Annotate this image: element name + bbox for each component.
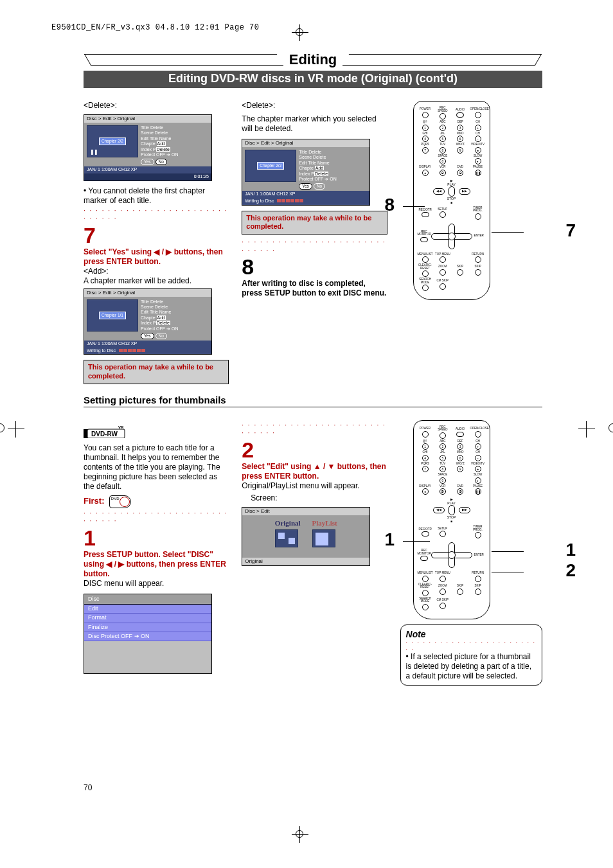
callout-8: 8: [385, 195, 395, 215]
step-7-text: Select "Yes" using ◀ / ▶ buttons, then p…: [84, 247, 229, 267]
warning-box-1: This operation may take a while to be co…: [84, 360, 229, 384]
osd1-progress: 0:01:25: [84, 173, 211, 181]
step-7-number: 7: [84, 224, 229, 246]
svg-text:VR: VR: [118, 425, 124, 429]
section-thumbnails-heading: Setting pictures for thumbnails: [84, 394, 542, 407]
registration-mark-left: [8, 421, 24, 438]
delete-explain: The chapter marker which you selected wi…: [242, 114, 387, 134]
top-col-remote: POWERREC SPEEDAUDIOOPEN/CLOSE@!·1ABC2DEF…: [400, 101, 542, 388]
note-first-chapter: You cannot delete the first chapter mark…: [84, 186, 229, 206]
delete-label-2: <Delete>:: [242, 101, 387, 111]
note-body: If a selected picture for a thumbnail is…: [406, 652, 537, 681]
osd1-preview: Chapter 2/2 ❚❚: [87, 125, 138, 157]
step-1-tail: DISC menu will appear.: [84, 579, 229, 589]
delete-label-1: <Delete>:: [84, 101, 229, 111]
osd-screenshot-1: Disc > Edit > Original Chapter 2/2 ❚❚ Ti…: [84, 114, 212, 181]
note-title: Note: [406, 629, 537, 639]
step-1-number: 1: [84, 527, 229, 549]
bottom-col-1: VR DVD-RW You can set a picture to each …: [84, 420, 229, 686]
top-columns: <Delete>: Disc > Edit > Original Chapter…: [84, 101, 542, 388]
registration-mark-right: [578, 421, 595, 438]
osd1-footer-time: JAN/ 1 1:00AM CH12 XP: [84, 166, 211, 173]
svg-text:DVD-RW: DVD-RW: [91, 430, 118, 438]
step-2-text: Select "Edit" using ▲ / ▼ buttons, then …: [242, 462, 387, 481]
screen-label: Screen:: [251, 493, 387, 503]
disc-menu-screenshot: Disc Edit Format Finalize Disc Protect O…: [84, 594, 212, 674]
callout-7: 7: [565, 220, 576, 241]
top-col-2: <Delete>: The chapter marker which you s…: [242, 101, 387, 388]
add-text: A chapter marker will be added.: [84, 276, 229, 286]
step-2-tail: Original/PlayList menu will appear.: [242, 481, 387, 491]
sub-heading-bar: Editing DVD-RW discs in VR mode (Origina…: [84, 71, 542, 88]
osd-screenshot-2: Disc > Edit > Original Chapter 1/1 Title…: [84, 288, 212, 355]
add-label: <Add>:: [84, 267, 229, 276]
remote-illustration-bottom: POWERREC SPEEDAUDIOOPEN/CLOSE@!·1ABC2DEF…: [413, 420, 490, 619]
thumbnails-intro: You can set a picture to each title for …: [84, 443, 229, 492]
callout-1-left: 1: [385, 529, 395, 550]
callout-2-right: 2: [565, 560, 576, 581]
step-2-number: 2: [242, 439, 387, 461]
step-8-text: After writing to disc is completed, pres…: [242, 279, 387, 298]
registration-mark-top: [292, 24, 308, 41]
osd1-breadcrumb: Disc > Edit > Original: [84, 115, 211, 123]
osd1-menu: Title Delete Scene Delete Edit Title Nam…: [141, 125, 209, 165]
chapter-title: Editing: [276, 51, 350, 68]
chapter-heading-row: Editing: [84, 51, 542, 68]
registration-semi-right: [609, 423, 613, 432]
step-1-text: Press SETUP button. Select "DISC" using …: [84, 550, 229, 579]
osd-edit-screenshot: Disc > Edit Original PlayList Original: [242, 507, 370, 566]
bottom-columns: VR DVD-RW You can set a picture to each …: [84, 420, 542, 686]
bottom-col-remote: POWERREC SPEEDAUDIOOPEN/CLOSE@!·1ABC2DEF…: [400, 420, 542, 686]
osd1-chapter-tag: Chapter 2/2: [99, 137, 126, 145]
callout-1-right: 1: [565, 540, 576, 560]
vr-dvdrw-badge: VR DVD-RW: [84, 424, 129, 438]
first-label: First:: [84, 496, 105, 506]
disc-icon: DVD: [109, 495, 131, 508]
remote-illustration-top: POWERREC SPEEDAUDIOOPEN/CLOSE@!·1ABC2DEF…: [413, 101, 490, 300]
bottom-col-2: · · · · · · · · · · · · · · · · · · · · …: [242, 420, 387, 686]
warning-box-2: This operation may take a while to be co…: [242, 211, 387, 235]
registration-semi-left: [0, 423, 4, 432]
print-header: E9501CD_EN/FR_v3.qx3 04.8.10 12:01 Page …: [51, 23, 574, 32]
top-col-1: <Delete>: Disc > Edit > Original Chapter…: [84, 101, 229, 388]
registration-mark-bottom: [292, 826, 308, 843]
note-box: Note · · · · · · · · · · · · · · · · · ·…: [400, 624, 542, 686]
osd-screenshot-3: Disc > Edit > Original Chapter 2/2 Title…: [242, 139, 370, 206]
page-number: 70: [84, 783, 92, 792]
dots-div-1: · · · · · · · · · · · · · · · · · · · · …: [84, 207, 229, 223]
step-8-number: 8: [242, 256, 387, 278]
